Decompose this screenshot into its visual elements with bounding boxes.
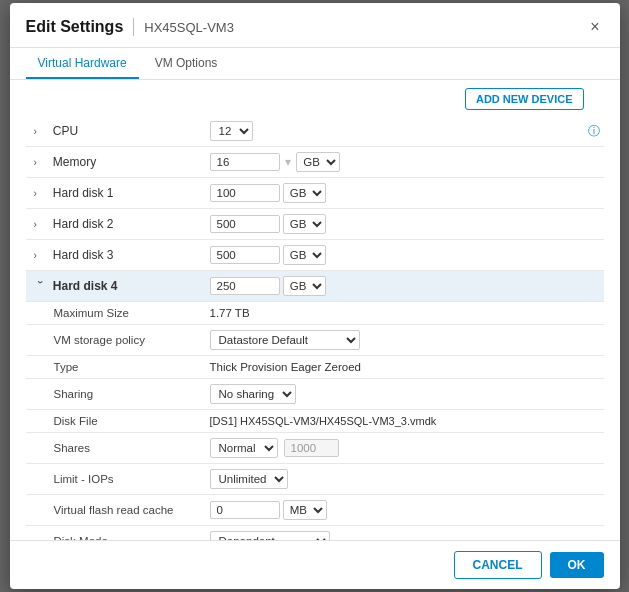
table-row: › Hard disk 3 GB: [26, 240, 604, 271]
memory-value: ▾ GBMB: [206, 147, 578, 178]
hard-disk-1-label: › Hard disk 1: [26, 178, 206, 209]
hard-disk-2-unit[interactable]: GB: [283, 214, 326, 234]
limit-iops-value: Unlimited: [206, 464, 578, 495]
hard-disk-3-value: GB: [206, 240, 578, 271]
table-row: › CPU 12 ⓘ: [26, 116, 604, 147]
vfrc-value: MB: [206, 495, 578, 526]
table-row: Limit - IOPs Unlimited: [26, 464, 604, 495]
table-row: VM storage policy Datastore Default: [26, 325, 604, 356]
limit-iops-label: Limit - IOPs: [26, 464, 206, 495]
max-size-value: 1.77 TB: [206, 302, 578, 325]
vfrc-input[interactable]: [210, 501, 280, 519]
table-row: Virtual flash read cache MB: [26, 495, 604, 526]
expand-arrow-hd3[interactable]: ›: [34, 250, 46, 261]
toolbar-row: ADD NEW DEVICE: [26, 88, 604, 110]
cpu-value: 12: [206, 116, 578, 147]
cpu-select[interactable]: 12: [210, 121, 253, 141]
limit-iops-select[interactable]: Unlimited: [210, 469, 288, 489]
expand-arrow-memory[interactable]: ›: [34, 157, 46, 168]
expand-arrow-cpu[interactable]: ›: [34, 126, 46, 137]
hard-disk-1-value: GB: [206, 178, 578, 209]
hard-disk-2-input[interactable]: [210, 215, 280, 233]
hard-disk-2-value: GB: [206, 209, 578, 240]
storage-policy-value: Datastore Default: [206, 325, 578, 356]
disk-mode-select[interactable]: Dependent: [210, 531, 330, 540]
expand-arrow-hd4[interactable]: ›: [34, 281, 45, 293]
dialog-subtitle: HX45SQL-VM3: [144, 20, 234, 35]
cpu-info: ⓘ: [578, 116, 604, 147]
table-row: › Hard disk 1 GB: [26, 178, 604, 209]
vfrc-unit[interactable]: MB: [283, 500, 327, 520]
max-size-label: Maximum Size: [26, 302, 206, 325]
content-area: ADD NEW DEVICE › CPU 12: [10, 80, 620, 540]
table-row: Shares Normal: [26, 433, 604, 464]
disk-file-value: [DS1] HX45SQL-VM3/HX45SQL-VM3_3.vmdk: [206, 410, 578, 433]
cpu-label: › CPU: [26, 116, 206, 147]
disk-mode-value: Dependent: [206, 526, 578, 541]
table-row: › Memory ▾ GBMB: [26, 147, 604, 178]
hard-disk-3-input[interactable]: [210, 246, 280, 264]
hard-disk-2-label: › Hard disk 2: [26, 209, 206, 240]
edit-settings-dialog: Edit Settings HX45SQL-VM3 × Virtual Hard…: [10, 3, 620, 589]
expand-arrow-hd1[interactable]: ›: [34, 188, 46, 199]
memory-unit-select[interactable]: GBMB: [296, 152, 340, 172]
storage-policy-select[interactable]: Datastore Default: [210, 330, 360, 350]
hard-disk-4-unit[interactable]: GB: [283, 276, 326, 296]
shares-label: Shares: [26, 433, 206, 464]
disk-file-label: Disk File: [26, 410, 206, 433]
add-device-button[interactable]: ADD NEW DEVICE: [465, 88, 584, 110]
type-label: Type: [26, 356, 206, 379]
table-row: Disk File [DS1] HX45SQL-VM3/HX45SQL-VM3_…: [26, 410, 604, 433]
sharing-select[interactable]: No sharing: [210, 384, 296, 404]
shares-row: Normal: [210, 438, 574, 458]
shares-value: Normal: [206, 433, 578, 464]
type-value: Thick Provision Eager Zeroed: [206, 356, 578, 379]
table-row: Maximum Size 1.77 TB: [26, 302, 604, 325]
hard-disk-1-input[interactable]: [210, 184, 280, 202]
shares-input: [284, 439, 339, 457]
expand-arrow-hd2[interactable]: ›: [34, 219, 46, 230]
dialog-footer: CANCEL OK: [10, 540, 620, 589]
tab-vm-options[interactable]: VM Options: [143, 48, 230, 79]
sharing-label: Sharing: [26, 379, 206, 410]
hardware-table: › CPU 12 ⓘ › Memory: [26, 116, 604, 540]
vfrc-label: Virtual flash read cache: [26, 495, 206, 526]
dialog-header: Edit Settings HX45SQL-VM3 ×: [10, 3, 620, 48]
table-row: › Hard disk 2 GB: [26, 209, 604, 240]
header-divider: [133, 18, 134, 36]
tab-bar: Virtual Hardware VM Options: [10, 48, 620, 80]
memory-input[interactable]: [210, 153, 280, 171]
table-row: Type Thick Provision Eager Zeroed: [26, 356, 604, 379]
hard-disk-3-label: › Hard disk 3: [26, 240, 206, 271]
ok-button[interactable]: OK: [550, 552, 604, 578]
hard-disk-4-value: GB: [206, 271, 578, 302]
tab-virtual-hardware[interactable]: Virtual Hardware: [26, 48, 139, 79]
dialog-title: Edit Settings: [26, 18, 124, 36]
hard-disk-4-input[interactable]: [210, 277, 280, 295]
storage-policy-label: VM storage policy: [26, 325, 206, 356]
hard-disk-3-unit[interactable]: GB: [283, 245, 326, 265]
table-row: Disk Mode Dependent: [26, 526, 604, 541]
shares-select[interactable]: Normal: [210, 438, 278, 458]
sharing-value: No sharing: [206, 379, 578, 410]
table-row: › Hard disk 4 GB: [26, 271, 604, 302]
table-row: Sharing No sharing: [26, 379, 604, 410]
close-button[interactable]: ×: [586, 17, 603, 37]
memory-label: › Memory: [26, 147, 206, 178]
hard-disk-1-unit[interactable]: GB: [283, 183, 326, 203]
hard-disk-4-label: › Hard disk 4: [26, 271, 206, 302]
disk-mode-label: Disk Mode: [26, 526, 206, 541]
cancel-button[interactable]: CANCEL: [454, 551, 542, 579]
info-icon: ⓘ: [588, 124, 600, 138]
